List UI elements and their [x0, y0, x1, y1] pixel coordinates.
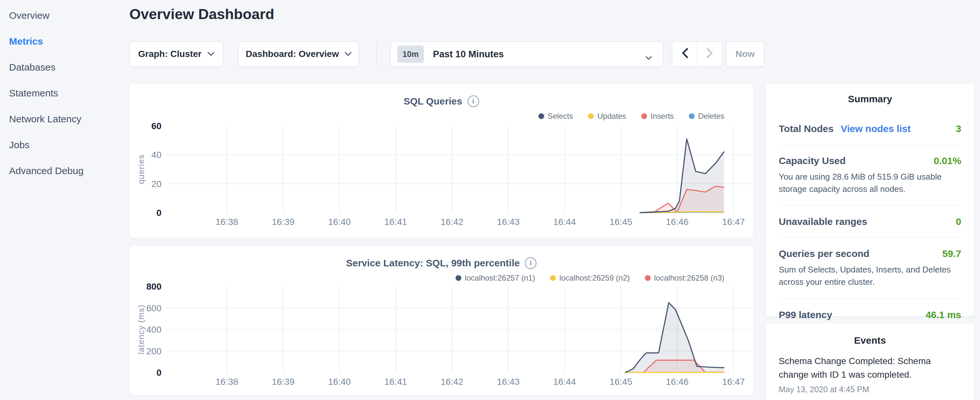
x-tick-label: 16:45	[609, 377, 632, 387]
y-axis-unit-label: latency (ms)	[136, 304, 146, 354]
x-tick-label: 16:40	[328, 377, 351, 387]
event-timestamp: May 13, 2020 at 4:45 PM	[779, 385, 961, 394]
graph-dropdown[interactable]: Graph: Cluster	[129, 41, 223, 67]
summary-label: Total Nodes	[779, 123, 834, 134]
sql-queries-chart-card: SQL Queries i SelectsUpdatesInsertsDelet…	[129, 83, 754, 238]
x-tick-label: 16:40	[328, 217, 351, 227]
x-tick-label: 16:39	[272, 217, 294, 227]
x-tick-label: 16:38	[215, 377, 238, 387]
chart-series-area	[625, 303, 724, 373]
sidebar-item-overview[interactable]: Overview	[9, 3, 129, 29]
sidebar-item-jobs[interactable]: Jobs	[9, 132, 129, 158]
summary-row-unavailable-ranges: Unavailable ranges 0	[779, 206, 961, 238]
sidebar-item-databases[interactable]: Databases	[9, 54, 129, 80]
y-tick-label: 600	[146, 303, 161, 313]
x-tick-label: 16:41	[384, 217, 407, 227]
graph-dropdown-label: Graph: Cluster	[138, 49, 202, 59]
sidebar-item-network-latency[interactable]: Network Latency	[9, 106, 129, 132]
time-step-buttons	[672, 41, 723, 67]
x-tick-label: 16:46	[666, 377, 689, 387]
view-nodes-list-link[interactable]: View nodes list	[840, 123, 910, 134]
x-tick-label: 16:38	[215, 217, 238, 227]
time-window-label: Past 10 Minutes	[433, 49, 504, 59]
summary-row-queries-per-second: Queries per second 59.7 Sum of Selects, …	[779, 238, 961, 299]
sidebar-item-metrics[interactable]: Metrics	[9, 29, 129, 54]
summary-row-total-nodes: Total Nodes View nodes list 3	[779, 113, 961, 145]
summary-panel: Summary Total Nodes View nodes list 3 Ca…	[765, 83, 975, 317]
summary-label: P99 latency	[779, 309, 832, 320]
y-axis-unit-label: queries	[136, 155, 146, 184]
time-step-back-button[interactable]	[672, 48, 697, 61]
summary-description: Sum of Selects, Updates, Inserts, and De…	[779, 264, 961, 288]
event-list-item: Schema Change Completed: Schema change w…	[779, 354, 961, 394]
x-tick-label: 16:44	[553, 217, 576, 227]
now-button[interactable]: Now	[726, 41, 764, 67]
y-tick-label: 40	[151, 150, 161, 160]
chevron-down-icon	[646, 52, 652, 62]
now-button-label: Now	[735, 49, 754, 59]
events-panel: Events Schema Change Completed: Schema c…	[765, 323, 975, 400]
sidebar-item-advanced-debug[interactable]: Advanced Debug	[9, 158, 129, 184]
x-tick-label: 16:47	[722, 377, 745, 387]
chevron-right-icon	[706, 48, 714, 61]
x-tick-label: 16:39	[272, 377, 294, 387]
summary-label: Capacity Used	[779, 155, 846, 166]
time-window-badge: 10m	[397, 46, 424, 63]
y-tick-label: 200	[146, 346, 161, 356]
sql-queries-chart-plot[interactable]: 16:3816:3916:4016:4116:4216:4316:4416:45…	[129, 84, 754, 239]
summary-value: 0	[956, 216, 961, 227]
summary-value: 59.7	[942, 248, 961, 259]
x-tick-label: 16:44	[553, 377, 576, 387]
page-title: Overview Dashboard	[129, 6, 274, 23]
summary-value: 0.01%	[934, 155, 961, 166]
summary-label: Queries per second	[779, 248, 869, 259]
dashboard-dropdown[interactable]: Dashboard: Overview	[239, 41, 359, 67]
events-title: Events	[779, 335, 961, 346]
x-tick-label: 16:45	[609, 217, 632, 227]
y-tick-label: 60	[151, 121, 161, 131]
sidebar: Overview Metrics Databases Statements Ne…	[0, 0, 129, 400]
service-latency-chart-card: Service Latency: SQL, 99th percentile i …	[129, 245, 754, 395]
time-step-forward-button[interactable]	[698, 48, 722, 61]
y-tick-label: 0	[156, 368, 161, 378]
summary-label: Unavailable ranges	[779, 216, 867, 227]
summary-value: 3	[956, 123, 961, 134]
y-tick-label: 800	[146, 282, 161, 292]
y-tick-label: 0	[156, 208, 161, 218]
event-text: Schema Change Completed: Schema change w…	[779, 354, 961, 382]
x-tick-label: 16:42	[441, 217, 463, 227]
x-tick-label: 16:41	[384, 377, 407, 387]
x-tick-label: 16:43	[497, 217, 520, 227]
x-tick-label: 16:47	[722, 217, 745, 227]
summary-description: You are using 28.6 MiB of 515.9 GiB usab…	[779, 171, 961, 195]
chevron-left-icon	[681, 48, 689, 61]
summary-title: Summary	[779, 94, 961, 105]
y-tick-label: 20	[151, 179, 161, 189]
x-tick-label: 16:43	[497, 377, 520, 387]
service-latency-chart-plot[interactable]: 16:3816:3916:4016:4116:4216:4316:4416:45…	[129, 245, 754, 396]
summary-value: 46.1 ms	[926, 309, 961, 320]
dashboard-dropdown-label: Dashboard: Overview	[246, 49, 339, 59]
time-window-selector[interactable]: 10m Past 10 Minutes	[390, 41, 663, 67]
chevron-down-icon	[345, 52, 352, 56]
controls-divider	[376, 41, 377, 67]
x-tick-label: 16:42	[441, 377, 463, 387]
sidebar-item-statements[interactable]: Statements	[9, 80, 129, 106]
chevron-down-icon	[207, 52, 215, 56]
x-tick-label: 16:46	[666, 217, 689, 227]
summary-row-capacity-used: Capacity Used 0.01% You are using 28.6 M…	[779, 145, 961, 206]
y-tick-label: 400	[146, 325, 161, 335]
